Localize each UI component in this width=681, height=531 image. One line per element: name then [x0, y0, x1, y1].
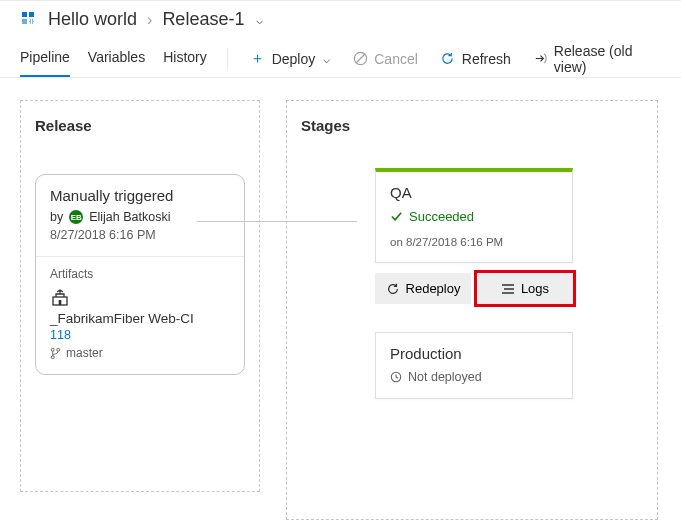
release-timestamp: 8/27/2018 6:16 PM	[50, 228, 230, 242]
release-panel: Release Manually triggered by EB Elijah …	[20, 100, 260, 492]
tab-history[interactable]: History	[163, 41, 207, 77]
stage-name: Production	[390, 345, 558, 362]
stages-panel: Stages QA Succeeded on 8/27/2018 6:16 PM	[286, 100, 658, 520]
release-trigger: Manually triggered	[50, 187, 230, 204]
release-card[interactable]: Manually triggered by EB Elijah Batkoski…	[35, 174, 245, 375]
stage-card-qa[interactable]: QA Succeeded on 8/27/2018 6:16 PM	[375, 168, 573, 263]
stage-timestamp: on 8/27/2018 6:16 PM	[390, 236, 558, 248]
chevron-down-icon: ⌵	[323, 52, 330, 66]
release-old-view-button[interactable]: Release (old view)	[531, 37, 661, 81]
svg-rect-0	[22, 12, 27, 17]
by-prefix: by	[50, 210, 63, 224]
stage-name: QA	[390, 184, 558, 201]
chevron-right-icon: ›	[147, 11, 152, 29]
svg-line-5	[356, 54, 364, 62]
stage-card-production[interactable]: Production Not deployed	[375, 332, 573, 399]
cancel-label: Cancel	[374, 51, 418, 67]
refresh-icon	[440, 51, 456, 67]
svg-rect-1	[29, 12, 34, 17]
logs-label: Logs	[521, 281, 549, 296]
logs-button[interactable]: Logs	[477, 273, 573, 304]
build-artifact-icon	[50, 289, 230, 307]
release-user: Elijah Batkoski	[89, 210, 170, 224]
artifact-branch: master	[66, 346, 103, 360]
breadcrumb: Hello world › Release-1 ⌵	[48, 9, 263, 30]
divider	[227, 48, 228, 70]
tab-pipeline[interactable]: Pipeline	[20, 41, 70, 77]
breadcrumb-bar: Hello world › Release-1 ⌵	[0, 0, 681, 36]
clock-icon	[390, 371, 402, 383]
redeploy-button[interactable]: Redeploy	[375, 273, 471, 304]
stage-qa-actions: Redeploy Logs	[375, 273, 573, 304]
tab-variables[interactable]: Variables	[88, 41, 145, 77]
deploy-button[interactable]: ＋ Deploy ⌵	[248, 45, 333, 73]
logs-icon	[501, 283, 515, 295]
stage-status: Succeeded	[409, 209, 474, 224]
cancel-icon	[352, 51, 368, 67]
checkmark-icon	[390, 210, 403, 223]
redeploy-icon	[386, 282, 400, 296]
chevron-down-icon[interactable]: ⌵	[256, 13, 263, 27]
artifacts-label: Artifacts	[50, 267, 230, 281]
pipeline-logo-icon	[20, 10, 40, 30]
svg-rect-2	[22, 19, 27, 24]
svg-rect-3	[30, 20, 33, 23]
tab-bar: Pipeline Variables History ＋ Deploy ⌵ Ca…	[0, 36, 681, 78]
artifact-build-link[interactable]: 118	[50, 328, 230, 342]
old-view-label: Release (old view)	[554, 43, 659, 75]
external-link-icon	[533, 51, 548, 67]
cancel-button: Cancel	[350, 45, 420, 73]
release-panel-title: Release	[35, 117, 245, 134]
svg-point-10	[51, 355, 54, 358]
deploy-label: Deploy	[272, 51, 316, 67]
artifact-name: _FabrikamFiber Web-CI	[50, 311, 230, 326]
refresh-button[interactable]: Refresh	[438, 45, 513, 73]
plus-icon: ＋	[250, 51, 266, 67]
svg-point-9	[57, 348, 60, 351]
branch-icon	[50, 347, 61, 360]
breadcrumb-current[interactable]: Release-1	[162, 9, 244, 30]
stage-connector-line	[197, 221, 357, 222]
stage-status: Not deployed	[408, 370, 482, 384]
redeploy-label: Redeploy	[406, 281, 461, 296]
avatar: EB	[69, 210, 83, 224]
svg-rect-7	[59, 300, 62, 305]
breadcrumb-root[interactable]: Hello world	[48, 9, 137, 30]
refresh-label: Refresh	[462, 51, 511, 67]
stages-panel-title: Stages	[301, 117, 643, 134]
content-area: Release Manually triggered by EB Elijah …	[0, 78, 681, 531]
svg-point-8	[51, 348, 54, 351]
